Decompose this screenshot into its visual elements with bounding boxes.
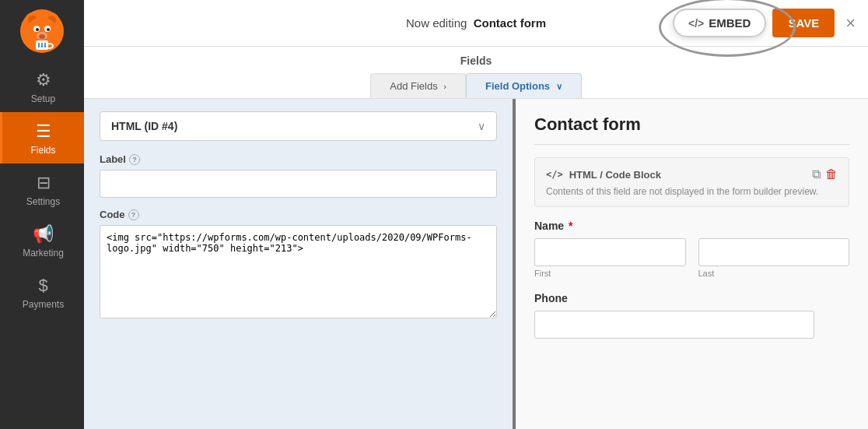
name-preview-section: Name * First Last — [534, 220, 849, 278]
code-field-label: Code ? — [100, 209, 497, 220]
content-area: Fields Add Fields › Field Options ∨ HTML… — [84, 47, 868, 429]
name-fields-row: First Last — [534, 238, 849, 278]
topbar-title: Now editing Contact form — [406, 16, 546, 30]
fields-icon: ☰ — [36, 121, 51, 142]
form-preview-title: Contact form — [534, 114, 849, 135]
settings-icon: ⊟ — [37, 173, 51, 193]
html-block-title: </> HTML / Code Block — [546, 169, 661, 181]
html-code-symbol: </> — [546, 169, 563, 180]
sidebar-item-marketing-label: Marketing — [23, 248, 64, 258]
add-fields-chevron: › — [443, 82, 446, 91]
app-logo — [19, 8, 65, 55]
sidebar-item-fields-label: Fields — [30, 145, 55, 156]
sidebar-item-settings-label: Settings — [26, 196, 60, 207]
field-options-chevron: ∨ — [556, 82, 562, 91]
form-divider — [534, 144, 849, 145]
label-field-label: Label ? — [100, 153, 497, 165]
name-field-label: Name * — [534, 220, 849, 232]
sidebar: ⚙ Setup ☰ Fields ⊟ Settings 📢 Marketing … — [0, 0, 84, 429]
form-name: Contact form — [474, 16, 546, 30]
field-header-label: HTML (ID #4) — [111, 120, 177, 132]
topbar-actions: </> EMBED SAVE × — [673, 9, 856, 37]
fields-section-title: Fields — [84, 55, 868, 67]
sidebar-item-setup[interactable]: ⚙ Setup — [0, 61, 84, 112]
html-block-header: </> HTML / Code Block ⧉ 🗑 — [546, 167, 838, 181]
sidebar-item-payments[interactable]: $ Payments — [0, 266, 84, 318]
code-label-text: Code — [100, 209, 125, 220]
html-delete-button[interactable]: 🗑 — [825, 167, 838, 181]
html-duplicate-button[interactable]: ⧉ — [812, 167, 821, 181]
phone-preview-section: Phone — [534, 292, 849, 339]
name-required-star: * — [569, 220, 572, 232]
first-name-input[interactable] — [534, 238, 686, 266]
last-name-field: Last — [698, 238, 850, 278]
tab-field-options[interactable]: Field Options ∨ — [466, 73, 582, 98]
sidebar-item-fields[interactable]: ☰ Fields — [0, 112, 84, 164]
embed-code-icon: </> — [688, 17, 704, 30]
save-button[interactable]: SAVE — [772, 9, 835, 37]
fields-header: Fields Add Fields › Field Options ∨ — [84, 47, 868, 99]
sidebar-item-payments-label: Payments — [23, 299, 64, 310]
html-block-actions: ⧉ 🗑 — [812, 167, 838, 181]
last-sub-label: Last — [698, 269, 850, 278]
close-button[interactable]: × — [845, 13, 856, 33]
embed-label: EMBED — [709, 16, 751, 30]
sidebar-item-settings[interactable]: ⊟ Settings — [0, 164, 84, 215]
right-panel: Contact form </> HTML / Code Block ⧉ 🗑 — [516, 99, 868, 429]
first-sub-label: First — [534, 269, 686, 278]
label-help-icon[interactable]: ? — [129, 154, 140, 165]
label-text: Label — [100, 153, 126, 165]
html-code-block: </> HTML / Code Block ⧉ 🗑 Contents of th… — [534, 157, 849, 207]
left-panel: HTML (ID #4) ∨ Label ? Code ? — [84, 99, 516, 429]
panels: HTML (ID #4) ∨ Label ? Code ? — [84, 99, 868, 429]
code-textarea[interactable] — [100, 225, 497, 318]
field-header[interactable]: HTML (ID #4) ∨ — [100, 111, 497, 141]
embed-circle-highlight: </> EMBED — [673, 9, 766, 37]
last-name-input[interactable] — [698, 238, 850, 266]
svg-point-9 — [47, 28, 50, 31]
field-options-label: Field Options — [485, 80, 550, 92]
payments-icon: $ — [38, 276, 47, 296]
code-help-icon[interactable]: ? — [128, 209, 139, 220]
label-form-group: Label ? — [100, 153, 497, 198]
label-input[interactable] — [100, 170, 497, 198]
sidebar-item-marketing[interactable]: 📢 Marketing — [0, 215, 84, 266]
gear-icon: ⚙ — [36, 70, 51, 90]
code-form-group: Code ? — [100, 209, 497, 322]
html-block-title-text: HTML / Code Block — [569, 169, 661, 181]
topbar: Now editing Contact form </> EMBED SAVE … — [84, 0, 868, 47]
svg-point-11 — [39, 34, 45, 39]
tab-add-fields[interactable]: Add Fields › — [370, 73, 466, 98]
first-name-field: First — [534, 238, 686, 278]
name-label-text: Name — [534, 220, 564, 232]
marketing-icon: 📢 — [33, 224, 54, 244]
phone-input[interactable] — [534, 311, 814, 339]
add-fields-label: Add Fields — [390, 80, 437, 92]
field-collapse-chevron[interactable]: ∨ — [478, 120, 485, 132]
sidebar-item-setup-label: Setup — [31, 93, 55, 104]
svg-point-8 — [36, 28, 39, 31]
tabs-row: Add Fields › Field Options ∨ — [84, 73, 868, 98]
html-block-note: Contents of this field are not displayed… — [546, 186, 838, 197]
phone-field-label: Phone — [534, 292, 849, 304]
main-content: Now editing Contact form </> EMBED SAVE … — [84, 0, 868, 429]
embed-button[interactable]: </> EMBED — [673, 9, 766, 37]
